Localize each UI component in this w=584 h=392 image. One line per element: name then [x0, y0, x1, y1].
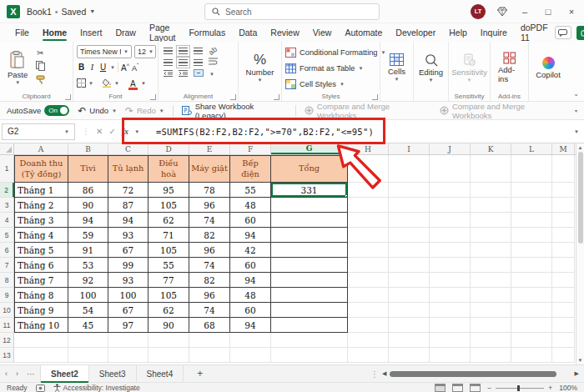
grid-cell-A2[interactable]: Tháng 1 — [14, 183, 68, 198]
grid-cell-C7[interactable]: 99 — [108, 258, 149, 273]
sheet-tab-sheet2[interactable]: Sheet2 — [40, 365, 89, 383]
grid-cell-B13[interactable] — [68, 348, 108, 363]
row-header-5[interactable]: 5 — [0, 228, 14, 243]
copilot-button[interactable]: Copilot — [531, 44, 565, 91]
row-header-9[interactable]: 9 — [0, 288, 14, 303]
grid-cell-E11[interactable]: 68 — [189, 318, 230, 333]
row-header-13[interactable]: 13 — [0, 348, 14, 363]
grid-cell-H8[interactable] — [348, 273, 389, 288]
document-title[interactable]: Book1 • Saved ▼ — [27, 7, 95, 17]
grid-cell-A11[interactable]: Tháng 10 — [14, 318, 68, 333]
grid-cell-G11[interactable] — [271, 318, 348, 333]
grid-cell-D3[interactable]: 105 — [149, 198, 189, 213]
grid-cell-L11[interactable] — [511, 318, 552, 333]
grid-cell-K13[interactable] — [471, 348, 511, 363]
grid-cell-M7[interactable] — [552, 258, 575, 273]
top-align-button[interactable] — [164, 48, 173, 54]
grid-cell-D7[interactable]: 55 — [149, 258, 189, 273]
cut-button[interactable]: ✂ — [34, 48, 46, 58]
grid-cell-K11[interactable] — [471, 318, 511, 333]
middle-align-button[interactable] — [179, 48, 188, 54]
grid-cell-C8[interactable]: 93 — [108, 273, 149, 288]
share-button[interactable]: ▼ — [576, 26, 584, 40]
grid-cell-B9[interactable]: 100 — [68, 288, 108, 303]
select-all-corner[interactable] — [0, 143, 14, 154]
grid-cell-I10[interactable] — [389, 303, 430, 318]
ribbon-tab-view[interactable]: View — [306, 23, 339, 42]
maximize-button[interactable]: □ — [542, 7, 554, 17]
ribbon-tab-inquire[interactable]: Inquire — [474, 23, 514, 42]
accessibility-status[interactable]: Accessibility: Investigate — [53, 384, 140, 392]
row-header-1[interactable]: 1 — [0, 155, 14, 183]
column-header-e[interactable]: E — [189, 143, 230, 154]
grid-cell-C3[interactable]: 87 — [108, 198, 149, 213]
ribbon-tab-review[interactable]: Review — [264, 23, 305, 42]
decrease-indent-button[interactable] — [164, 69, 173, 78]
grid-cell-A1[interactable]: Doanh thu (Tỷ đồng) — [14, 155, 68, 183]
grid-cell-B6[interactable]: 91 — [68, 243, 108, 258]
ribbon-tab-home[interactable]: Home — [36, 23, 73, 42]
grid-cell-K1[interactable] — [471, 155, 511, 183]
grid-cell-J4[interactable] — [430, 213, 471, 228]
normal-view-button[interactable] — [435, 384, 446, 392]
grid-cell-K6[interactable] — [471, 243, 511, 258]
grid-cell-A3[interactable]: Tháng 2 — [14, 198, 68, 213]
grid-cell-D6[interactable]: 105 — [149, 243, 189, 258]
grid-cell-I11[interactable] — [389, 318, 430, 333]
grid-cell-E8[interactable]: 82 — [189, 273, 230, 288]
grid-cell-A4[interactable]: Tháng 3 — [14, 213, 68, 228]
grid-cell-C9[interactable]: 100 — [108, 288, 149, 303]
grid-cell-E7[interactable]: 74 — [189, 258, 230, 273]
column-header-g[interactable]: G — [271, 143, 348, 154]
clipboard-dialog-launcher[interactable] — [65, 94, 71, 100]
user-avatar[interactable]: LT — [471, 4, 486, 19]
increase-indent-button[interactable] — [179, 69, 188, 78]
grid-cell-D2[interactable]: 95 — [149, 183, 189, 198]
number-format-button[interactable]: % Number ▼ — [242, 44, 279, 91]
grid-cell-L12[interactable] — [511, 333, 552, 348]
font-size-select[interactable]: 12▼ — [134, 45, 156, 58]
grid-cell-A12[interactable] — [14, 333, 68, 348]
italic-button[interactable]: I — [88, 63, 96, 72]
ribbon-tab-draw[interactable]: Draw — [108, 23, 143, 42]
grid-cell-J12[interactable] — [430, 333, 471, 348]
grid-cell-J11[interactable] — [430, 318, 471, 333]
grid-cell-A7[interactable]: Tháng 6 — [14, 258, 68, 273]
grid-cell-J8[interactable] — [430, 273, 471, 288]
grid-cell-B12[interactable] — [68, 333, 108, 348]
grid-cell-G1[interactable]: Tổng — [271, 155, 348, 183]
grid-cell-K8[interactable] — [471, 273, 511, 288]
grid-cell-G10[interactable] — [271, 303, 348, 318]
grid-cell-F9[interactable]: 48 — [230, 288, 271, 303]
grid-cell-B11[interactable]: 45 — [68, 318, 108, 333]
grid-cell-H11[interactable] — [348, 318, 389, 333]
grid-cell-G5[interactable] — [271, 228, 348, 243]
grid-cell-F6[interactable]: 42 — [230, 243, 271, 258]
scroll-right-arrow[interactable]: ▶ — [575, 370, 579, 377]
column-header-l[interactable]: L — [511, 143, 552, 154]
grid-cell-H1[interactable] — [348, 155, 389, 183]
cells-button[interactable]: Cells ▼ — [384, 44, 410, 91]
grid-cell-G13[interactable] — [271, 348, 348, 363]
grid-cell-M6[interactable] — [552, 243, 575, 258]
grid-cell-A10[interactable]: Tháng 9 — [14, 303, 68, 318]
qat-overflow-icon[interactable]: ▾ — [575, 108, 577, 113]
grid-cell-C4[interactable]: 94 — [108, 213, 149, 228]
column-header-m[interactable]: M — [552, 143, 575, 154]
format-painter-button[interactable] — [34, 74, 46, 84]
grid-cell-K5[interactable] — [471, 228, 511, 243]
grid-cell-F10[interactable]: 60 — [230, 303, 271, 318]
grid-cell-F4[interactable]: 60 — [230, 213, 271, 228]
grid-cell-L10[interactable] — [511, 303, 552, 318]
column-header-i[interactable]: I — [389, 143, 430, 154]
cell-styles-button[interactable]: Cell Styles▼ — [285, 78, 376, 91]
grid-cell-A6[interactable]: Tháng 5 — [14, 243, 68, 258]
row-header-2[interactable]: 2 — [0, 183, 14, 198]
grid-cell-M4[interactable] — [552, 213, 575, 228]
grid-cell-L2[interactable] — [511, 183, 552, 198]
format-as-table-button[interactable]: Format as Table▼ — [285, 62, 376, 75]
grid-cell-L13[interactable] — [511, 348, 552, 363]
wrap-text-button[interactable] — [209, 58, 218, 67]
grid-cell-H3[interactable] — [348, 198, 389, 213]
grid-cell-E1[interactable]: Máy giặt — [189, 155, 230, 183]
